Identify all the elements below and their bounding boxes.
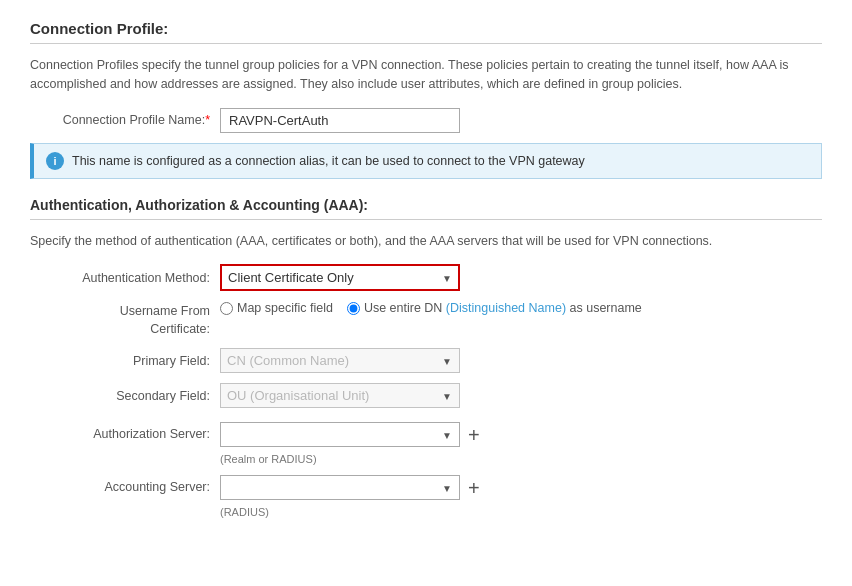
accounting-server-label: Accounting Server:	[30, 475, 220, 494]
connection-profile-name-row: Connection Profile Name:*	[30, 108, 822, 133]
connection-profile-name-label: Connection Profile Name:*	[30, 113, 220, 127]
primary-field-select-wrapper: CN (Common Name)	[220, 348, 460, 373]
accounting-server-hint: (RADIUS)	[220, 506, 480, 518]
secondary-field-select[interactable]: OU (Organisational Unit)	[220, 383, 460, 408]
info-icon: i	[46, 152, 64, 170]
accounting-server-select-wrapper	[220, 475, 460, 500]
authorization-server-select-wrapper	[220, 422, 460, 447]
authorization-server-hint: (Realm or RADIUS)	[220, 453, 480, 465]
authorization-server-col: + (Realm or RADIUS)	[220, 422, 480, 465]
aaa-title: Authentication, Authorization & Accounti…	[30, 197, 822, 213]
info-box: i This name is configured as a connectio…	[30, 143, 822, 179]
primary-field-label: Primary Field:	[30, 354, 220, 368]
connection-profile-section: Connection Profile: Connection Profiles …	[30, 20, 822, 179]
radio-map-specific[interactable]	[220, 302, 233, 315]
username-from-cert-row: Username FromCertificate: Map specific f…	[30, 301, 822, 338]
required-marker: *	[205, 113, 210, 127]
username-from-cert-label: Username FromCertificate:	[30, 301, 220, 338]
dn-link[interactable]: (Distinguished Name)	[446, 301, 566, 315]
auth-method-select[interactable]: AAA Certificate Client Certificate Only …	[220, 264, 460, 291]
auth-method-select-wrapper: AAA Certificate Client Certificate Only …	[220, 264, 460, 291]
radio-use-dn-text: Use entire DN (Distinguished Name) as us…	[364, 301, 642, 315]
radio-dn-suffix: as username	[570, 301, 642, 315]
username-radio-group: Map specific field Use entire DN (Distin…	[220, 301, 642, 315]
connection-profile-description: Connection Profiles specify the tunnel g…	[30, 56, 822, 94]
accounting-server-add-button[interactable]: +	[468, 478, 480, 498]
primary-field-row: Primary Field: CN (Common Name)	[30, 348, 822, 373]
aaa-description: Specify the method of authentication (AA…	[30, 232, 822, 251]
accounting-server-col: + (RADIUS)	[220, 475, 480, 518]
connection-profile-title: Connection Profile:	[30, 20, 822, 37]
authorization-server-row: Authorization Server: + (Realm or RADIUS…	[30, 422, 822, 465]
auth-method-label: Authentication Method:	[30, 271, 220, 285]
auth-method-row: Authentication Method: AAA Certificate C…	[30, 264, 822, 291]
authorization-server-add-button[interactable]: +	[468, 425, 480, 445]
secondary-field-row: Secondary Field: OU (Organisational Unit…	[30, 383, 822, 408]
accounting-server-select[interactable]	[220, 475, 460, 500]
authorization-server-input-row: +	[220, 422, 480, 447]
authorization-server-select[interactable]	[220, 422, 460, 447]
secondary-field-select-wrapper: OU (Organisational Unit)	[220, 383, 460, 408]
info-message: This name is configured as a connection …	[72, 154, 585, 168]
primary-field-select[interactable]: CN (Common Name)	[220, 348, 460, 373]
connection-profile-name-input[interactable]	[220, 108, 460, 133]
accounting-server-row: Accounting Server: + (RADIUS)	[30, 475, 822, 518]
secondary-field-label: Secondary Field:	[30, 389, 220, 403]
radio-use-dn-label[interactable]: Use entire DN (Distinguished Name) as us…	[347, 301, 642, 315]
radio-map-specific-label[interactable]: Map specific field	[220, 301, 333, 315]
accounting-server-input-row: +	[220, 475, 480, 500]
section-divider-aaa	[30, 219, 822, 220]
authorization-server-label: Authorization Server:	[30, 422, 220, 441]
radio-map-specific-text: Map specific field	[237, 301, 333, 315]
radio-use-dn[interactable]	[347, 302, 360, 315]
section-divider-top	[30, 43, 822, 44]
aaa-section: Authentication, Authorization & Accounti…	[30, 197, 822, 519]
